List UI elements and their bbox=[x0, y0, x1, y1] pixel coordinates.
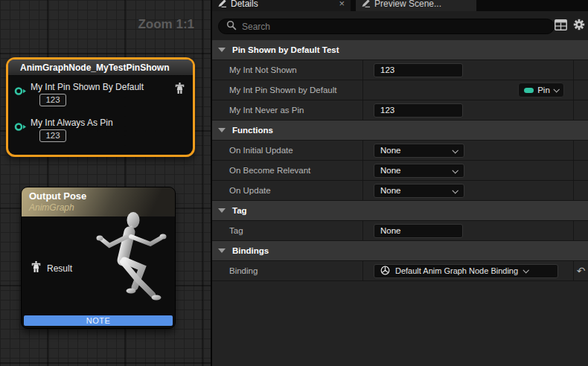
details-toolbar bbox=[212, 11, 588, 40]
pose-pin-icon bbox=[31, 261, 41, 275]
details-property-list: Pin Shown by Default Test My Int Not Sho… bbox=[212, 40, 588, 281]
tab-details[interactable]: Details × bbox=[212, 0, 351, 11]
section-functions[interactable]: Functions bbox=[212, 121, 588, 141]
anim-graph-canvas[interactable]: Zoom 1:1 AnimGraphNode_MyTestPinShown My… bbox=[0, 0, 212, 366]
property-label: On Become Relevant bbox=[229, 166, 310, 175]
chevron-down-icon bbox=[553, 86, 559, 92]
property-label: My Int Never as Pin bbox=[229, 106, 304, 115]
row-my-int-pin-shown-by-default: My Int Pin Shown by Default Pin bbox=[212, 80, 588, 100]
section-bindings[interactable]: Bindings bbox=[212, 241, 588, 261]
binding-class-icon bbox=[380, 266, 390, 277]
property-label: Binding bbox=[229, 266, 258, 275]
pin-value-input[interactable]: 123 bbox=[39, 94, 66, 106]
my-int-not-shown-input[interactable]: 123 bbox=[374, 63, 463, 77]
section-pin-shown-by-default-test[interactable]: Pin Shown by Default Test bbox=[212, 40, 588, 60]
display-options-icon[interactable] bbox=[555, 19, 567, 33]
anim-graph-test-node[interactable]: AnimGraphNode_MyTestPinShown My Int Pin … bbox=[6, 57, 195, 157]
chevron-down-icon bbox=[452, 187, 458, 193]
chevron-down-icon bbox=[523, 267, 529, 273]
details-tab-icon bbox=[218, 0, 226, 10]
property-label: My Int Not Shown bbox=[229, 65, 297, 74]
note-bar[interactable]: NOTE bbox=[24, 315, 173, 326]
mannequin-image bbox=[86, 207, 176, 323]
result-pin[interactable]: Result bbox=[31, 261, 72, 275]
output-pose-node[interactable]: Output Pose AnimGraph bbox=[21, 187, 176, 329]
search-box[interactable] bbox=[218, 19, 555, 34]
collapse-arrow-icon bbox=[218, 128, 226, 132]
unreal-editor-window: Zoom 1:1 AnimGraphNode_MyTestPinShown My… bbox=[0, 0, 588, 366]
row-on-become-relevant: On Become Relevant None bbox=[212, 161, 588, 181]
node-title: AnimGraphNode_MyTestPinShown bbox=[8, 60, 193, 76]
close-tab-icon[interactable]: × bbox=[339, 0, 345, 8]
chevron-down-icon bbox=[452, 147, 458, 153]
collapse-arrow-icon bbox=[218, 208, 226, 213]
int-pin-icon[interactable] bbox=[14, 86, 27, 99]
collapse-arrow-icon bbox=[218, 48, 226, 52]
pin-value-input[interactable]: 123 bbox=[39, 129, 66, 142]
zoom-level-label: Zoom 1:1 bbox=[138, 17, 194, 32]
settings-gear-icon[interactable] bbox=[573, 19, 585, 33]
on-update-dropdown[interactable]: None bbox=[374, 184, 464, 198]
result-label: Result bbox=[47, 263, 72, 274]
pin-visibility-dropdown[interactable]: Pin bbox=[518, 83, 564, 97]
on-initial-update-dropdown[interactable]: None bbox=[374, 144, 464, 158]
collapse-arrow-icon bbox=[218, 248, 226, 253]
search-icon bbox=[226, 20, 237, 33]
row-on-initial-update: On Initial Update None bbox=[212, 141, 588, 161]
property-label: On Update bbox=[229, 186, 271, 195]
on-become-relevant-dropdown[interactable]: None bbox=[374, 164, 464, 178]
property-label: Tag bbox=[229, 226, 243, 235]
pin-label: My Int Always As Pin bbox=[31, 118, 113, 128]
row-on-update: On Update None bbox=[212, 181, 588, 201]
unpin-toggle-icon[interactable] bbox=[175, 83, 185, 97]
section-tag[interactable]: Tag bbox=[212, 201, 588, 221]
node-title: Output Pose bbox=[29, 190, 167, 202]
row-my-int-not-shown: My Int Not Shown 123 bbox=[212, 60, 588, 80]
my-int-never-as-pin-input[interactable]: 123 bbox=[374, 103, 463, 118]
int-pin-icon[interactable] bbox=[14, 121, 27, 135]
binding-dropdown[interactable]: Default Anim Graph Node Binding bbox=[374, 264, 558, 278]
tag-input[interactable]: None bbox=[374, 224, 463, 238]
reset-to-default-button[interactable]: ↶ bbox=[577, 266, 586, 276]
tab-preview-scene[interactable]: Preview Scene... bbox=[356, 0, 476, 11]
row-binding: Binding Default Anim Graph Node Binding bbox=[212, 261, 588, 281]
search-input[interactable] bbox=[242, 22, 546, 32]
chevron-down-icon bbox=[452, 167, 458, 173]
panel-tab-bar: Details × Preview Scene... bbox=[212, 0, 588, 11]
row-my-int-never-as-pin: My Int Never as Pin 123 bbox=[212, 100, 588, 121]
row-tag: Tag None bbox=[212, 221, 588, 241]
pin-pill-icon bbox=[524, 88, 534, 93]
property-label: My Int Pin Shown by Default bbox=[229, 86, 336, 94]
details-panel: Details × Preview Scene... bbox=[211, 0, 588, 366]
pin-label: My Int Pin Shown By Default bbox=[31, 82, 144, 92]
preview-tab-icon bbox=[362, 0, 370, 10]
property-label: On Initial Update bbox=[229, 146, 293, 155]
